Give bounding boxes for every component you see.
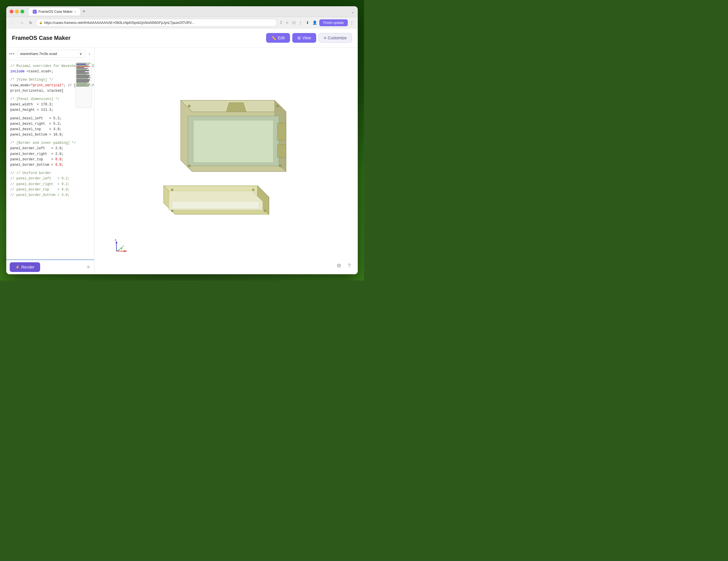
- customize-button[interactable]: ≡ Customize: [318, 33, 352, 43]
- main-layout: ••• waveshare.7in3e.scad ∨ ‹: [6, 48, 358, 274]
- list-view-button[interactable]: ≡: [86, 263, 91, 271]
- lock-icon: 🔒: [39, 21, 42, 24]
- edit-button[interactable]: ✏️ Edit: [266, 33, 290, 43]
- render-button[interactable]: ⚡ Render: [10, 262, 40, 272]
- axes-indicator: Z Y X: [112, 239, 129, 257]
- url-text: https://cases.frameos.net/#H4sIAAAAAAAAE…: [44, 21, 274, 25]
- customize-label: Customize: [328, 36, 347, 40]
- svg-point-20: [171, 210, 173, 212]
- render-label: Render: [21, 265, 34, 269]
- title-bar: F FrameOS Case Maker × + ⌄: [6, 6, 358, 17]
- file-selector-chevron: ∨: [79, 52, 82, 56]
- bottom-bar: ⚡ Render ≡: [6, 259, 94, 274]
- browser-window: F FrameOS Case Maker × + ⌄ ← → ↻ 🔒 https…: [6, 6, 358, 274]
- collapse-panel-button[interactable]: ‹: [88, 50, 91, 57]
- bottom-tools: ≡: [86, 263, 91, 271]
- code-uniform-border: // // Uniform border // panel_border_lef…: [10, 170, 90, 198]
- bookmark-button[interactable]: ☆: [284, 19, 290, 26]
- svg-point-11: [188, 165, 190, 167]
- svg-marker-4: [194, 120, 273, 163]
- share-button[interactable]: ⤴: [279, 19, 283, 26]
- code-editor[interactable]: // Minimal overrides for Waveshare 7.3" …: [6, 60, 94, 259]
- nav-bar: ← → ↻ 🔒 https://cases.frameos.net/#H4sIA…: [6, 17, 358, 28]
- close-button[interactable]: [10, 10, 13, 13]
- tab-favicon: F: [33, 10, 37, 14]
- extension-button[interactable]: ⬡: [291, 19, 297, 26]
- new-tab-button[interactable]: +: [81, 9, 87, 15]
- nav-tools: ⤴ ☆ ⬡ ⋮ ⬇ 👤 Finish update ⋮: [279, 19, 355, 26]
- maximize-button[interactable]: [20, 10, 24, 13]
- edit-label: Edit: [278, 36, 285, 40]
- edit-icon: ✏️: [271, 36, 276, 40]
- finish-update-button[interactable]: Finish update: [319, 19, 348, 26]
- svg-text:X: X: [125, 250, 127, 252]
- render-icon: ⚡: [15, 265, 20, 269]
- view-label: View: [303, 36, 311, 40]
- tab-favicon-text: F: [34, 10, 36, 13]
- customize-icon: ≡: [324, 36, 326, 40]
- settings-button[interactable]: ⚙: [335, 262, 343, 270]
- file-selector-value: waveshare.7in3e.scad: [20, 52, 57, 56]
- file-selector[interactable]: waveshare.7in3e.scad ∨: [17, 50, 85, 57]
- code-border-settings: /* [Border and inner padding] */ panel_b…: [10, 140, 90, 168]
- svg-marker-6: [277, 123, 286, 140]
- profile-button[interactable]: 👤: [311, 19, 318, 26]
- header-actions: ✏️ Edit ⊞ View ≡ Customize: [266, 33, 352, 43]
- view-icon: ⊞: [297, 36, 301, 40]
- svg-marker-16: [172, 201, 259, 209]
- code-panel: ••• waveshare.7in3e.scad ∨ ‹: [6, 48, 94, 274]
- svg-marker-5: [226, 103, 246, 112]
- view-button[interactable]: ⊞ View: [292, 33, 316, 43]
- view-panel: Z Y X ⚙ ?: [94, 48, 358, 274]
- svg-line-23: [116, 248, 122, 251]
- svg-point-18: [252, 189, 254, 191]
- app-title: FrameOS Case Maker: [12, 35, 266, 41]
- svg-point-8: [188, 105, 190, 107]
- svg-text:Z: Z: [115, 239, 116, 241]
- download-button[interactable]: ⬇: [305, 19, 310, 26]
- help-button[interactable]: ?: [345, 262, 353, 270]
- svg-marker-7: [277, 145, 286, 157]
- minimize-button[interactable]: [15, 10, 19, 13]
- app-header: FrameOS Case Maker ✏️ Edit ⊞ View ≡ Cust…: [6, 28, 358, 48]
- tab-title-text: FrameOS Case Maker: [38, 10, 73, 14]
- svg-point-19: [264, 210, 266, 212]
- traffic-lights: [10, 10, 24, 13]
- svg-text:Y: Y: [122, 245, 124, 248]
- forward-button[interactable]: →: [18, 19, 26, 26]
- code-thumbnail: [75, 62, 92, 108]
- back-button[interactable]: ←: [9, 19, 17, 26]
- tab-area: F FrameOS Case Maker × +: [29, 8, 349, 15]
- refresh-button[interactable]: ↻: [27, 19, 34, 26]
- svg-point-17: [171, 189, 173, 191]
- 3d-viewport[interactable]: Z Y X ⚙ ?: [94, 48, 358, 274]
- viewport-controls: ⚙ ?: [335, 262, 353, 270]
- app-content: FrameOS Case Maker ✏️ Edit ⊞ View ≡ Cust…: [6, 28, 358, 274]
- browser-menu-button[interactable]: ⋮: [349, 19, 355, 26]
- dots-menu-icon[interactable]: •••: [9, 51, 15, 56]
- code-panel-toolbar: ••• waveshare.7in3e.scad ∨ ‹: [6, 48, 94, 60]
- 3d-case-model: [147, 83, 306, 233]
- svg-point-9: [276, 105, 279, 107]
- code-bezel-settings: panel_bezel_left = 5.2; panel_bezel_righ…: [10, 116, 90, 138]
- svg-point-10: [279, 165, 281, 167]
- url-bar[interactable]: 🔒 https://cases.frameos.net/#H4sIAAAAAAA…: [36, 19, 277, 27]
- tab-expand-icon: ⌄: [351, 9, 354, 14]
- browser-tab[interactable]: F FrameOS Case Maker ×: [29, 8, 80, 15]
- tab-close-icon[interactable]: ×: [74, 10, 76, 13]
- more-tools-button[interactable]: ⋮: [298, 19, 304, 26]
